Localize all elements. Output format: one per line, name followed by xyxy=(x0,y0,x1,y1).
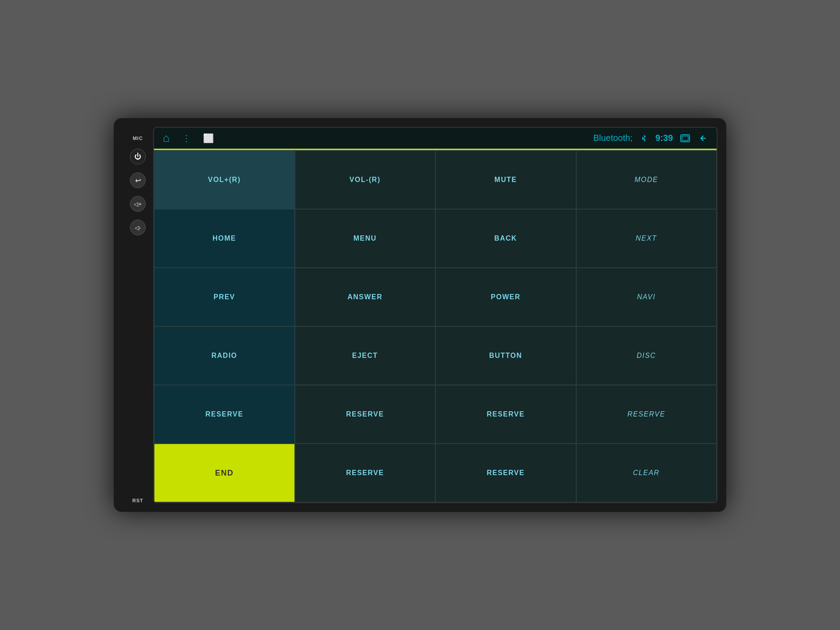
cell-label-r2-c0: PREV xyxy=(214,293,235,301)
grid-cell-r3-c3[interactable]: DISC xyxy=(576,326,717,385)
svg-rect-1 xyxy=(682,136,688,140)
power-icon: ⏻ xyxy=(134,153,141,161)
cell-label-r4-c0: RESERVE xyxy=(205,410,243,418)
grid-cell-r2-c1[interactable]: ANSWER xyxy=(295,268,436,326)
status-bar: ⌂ ⋮ ⬜ Bluetooth; 9:39 xyxy=(154,128,717,149)
grid-cell-r0-c2[interactable]: MUTE xyxy=(435,150,576,209)
cell-label-r3-c2: BUTTON xyxy=(489,352,522,360)
vol-down-icon: ◁- xyxy=(135,224,141,231)
cell-label-r2-c2: POWER xyxy=(491,293,521,301)
grid-cell-r1-c3[interactable]: NEXT xyxy=(576,209,717,268)
back-icon: ↩ xyxy=(135,176,141,185)
grid-cell-r1-c2[interactable]: BACK xyxy=(435,209,576,268)
cell-label-r4-c2: RESERVE xyxy=(486,410,525,418)
button-grid: VOL+(R)VOL-(R)MUTEMODEHOMEMENUBACKNEXTPR… xyxy=(154,150,717,502)
grid-cell-r5-c3[interactable]: CLEAR xyxy=(576,444,717,502)
vol-down-button[interactable]: ◁- xyxy=(130,220,146,235)
cell-label-r5-c2: RESERVE xyxy=(486,469,525,477)
grid-cell-r4-c2[interactable]: RESERVE xyxy=(435,385,576,444)
cell-label-r4-c1: RESERVE xyxy=(346,410,384,418)
grid-cell-r5-c0[interactable]: END xyxy=(154,444,295,502)
cell-label-r1-c3: NEXT xyxy=(636,234,657,242)
cell-label-r4-c3: RESERVE xyxy=(627,410,665,418)
grid-cell-r4-c3[interactable]: RESERVE xyxy=(576,385,717,444)
grid-cell-r3-c1[interactable]: EJECT xyxy=(295,326,436,385)
cell-label-r0-c1: VOL-(R) xyxy=(350,176,381,184)
power-button[interactable]: ⏻ xyxy=(130,149,146,164)
cell-label-r1-c1: MENU xyxy=(354,234,377,242)
cell-label-r1-c2: BACK xyxy=(494,234,517,242)
square-icon[interactable]: ⬜ xyxy=(203,133,214,144)
grid-cell-r4-c1[interactable]: RESERVE xyxy=(295,385,436,444)
back-arrow-icon[interactable] xyxy=(697,134,708,143)
mic-label: MIC xyxy=(133,136,143,141)
car-head-unit: MIC ⏻ ↩ ◁+ ◁- RST ⌂ ⋮ ⬜ Bluetooth; xyxy=(114,118,726,512)
status-time: 9:39 xyxy=(655,133,673,143)
status-right: Bluetooth; 9:39 xyxy=(593,133,708,143)
window-icon xyxy=(680,134,690,143)
grid-cell-r2-c2[interactable]: POWER xyxy=(435,268,576,326)
bluetooth-icon: Bluetooth; xyxy=(593,133,633,143)
cell-label-r5-c1: RESERVE xyxy=(346,469,384,477)
home-icon[interactable]: ⌂ xyxy=(163,131,170,145)
grid-cell-r1-c1[interactable]: MENU xyxy=(295,209,436,268)
grid-cell-r0-c1[interactable]: VOL-(R) xyxy=(295,150,436,209)
grid-cell-r0-c3[interactable]: MODE xyxy=(576,150,717,209)
cell-label-r5-c0: END xyxy=(215,469,234,478)
grid-cell-r2-c0[interactable]: PREV xyxy=(154,268,295,326)
cell-label-r0-c3: MODE xyxy=(634,176,658,184)
grid-cell-r5-c2[interactable]: RESERVE xyxy=(435,444,576,502)
cell-label-r0-c2: MUTE xyxy=(494,176,517,184)
cell-label-r5-c3: CLEAR xyxy=(633,469,660,477)
cell-label-r1-c0: HOME xyxy=(213,234,236,242)
vol-up-button[interactable]: ◁+ xyxy=(130,196,146,212)
side-controls: MIC ⏻ ↩ ◁+ ◁- RST xyxy=(122,127,153,503)
menu-dots-icon[interactable]: ⋮ xyxy=(182,136,191,140)
cell-label-r2-c3: NAVI xyxy=(637,293,655,301)
cell-label-r3-c1: EJECT xyxy=(352,352,378,360)
rst-label: RST xyxy=(133,498,144,503)
grid-cell-r5-c1[interactable]: RESERVE xyxy=(295,444,436,502)
main-screen: ⌂ ⋮ ⬜ Bluetooth; 9:39 xyxy=(153,127,718,503)
cell-label-r3-c3: DISC xyxy=(637,352,656,360)
grid-cell-r0-c0[interactable]: VOL+(R) xyxy=(154,150,295,209)
grid-cell-r3-c2[interactable]: BUTTON xyxy=(435,326,576,385)
grid-cell-r3-c0[interactable]: RADIO xyxy=(154,326,295,385)
cell-label-r2-c1: ANSWER xyxy=(347,293,382,301)
grid-cell-r1-c0[interactable]: HOME xyxy=(154,209,295,268)
back-button[interactable]: ↩ xyxy=(130,172,146,188)
grid-cell-r4-c0[interactable]: RESERVE xyxy=(154,385,295,444)
bluetooth-svg-icon xyxy=(640,134,648,143)
vol-up-icon: ◁+ xyxy=(134,201,142,207)
grid-cell-r2-c3[interactable]: NAVI xyxy=(576,268,717,326)
cell-label-r3-c0: RADIO xyxy=(211,352,237,360)
cell-label-r0-c0: VOL+(R) xyxy=(208,176,241,184)
nav-icons: ⌂ ⋮ ⬜ xyxy=(163,131,583,145)
